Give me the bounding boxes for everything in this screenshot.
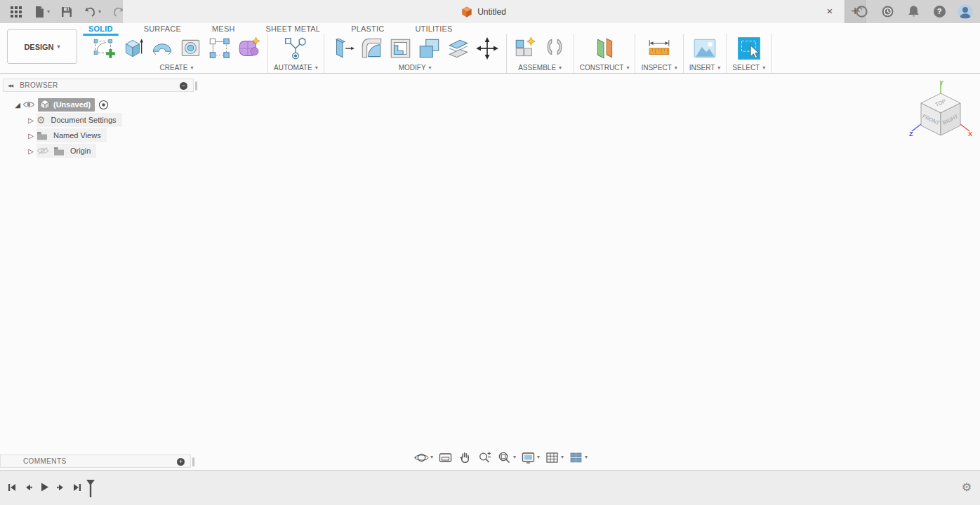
viewports-caret-icon: ▾ [585, 454, 588, 460]
inspect-group-icons [646, 33, 673, 64]
step-back-button[interactable] [23, 483, 33, 492]
automate-dropdown[interactable]: AUTOMATE ▾ [274, 64, 318, 72]
tree-row-document-settings[interactable]: ▷ ⚙ Document Settings [3, 112, 194, 128]
fillet-button[interactable] [359, 34, 385, 62]
select-button[interactable] [736, 34, 762, 62]
pan-hand-icon [458, 450, 472, 465]
new-component-button[interactable] [512, 34, 539, 62]
assemble-dropdown[interactable]: ASSEMBLE ▾ [518, 64, 562, 72]
step-forward-button[interactable] [56, 483, 66, 492]
comments-expand-button[interactable]: + [177, 458, 185, 466]
browser-collapse-all-button[interactable]: − [180, 82, 187, 90]
browser-root-row[interactable]: ◢ (Unsaved) [3, 97, 194, 112]
named-views-item[interactable]: Named Views [37, 128, 107, 142]
tab-utilities[interactable]: UTILITIES [412, 25, 455, 33]
origin-expand-icon[interactable]: ▷ [25, 147, 37, 155]
hole-button[interactable] [178, 34, 204, 62]
comments-resize-handle[interactable] [192, 457, 194, 466]
named-views-expand-icon[interactable]: ▷ [25, 132, 37, 140]
extrude-button[interactable] [120, 34, 147, 62]
comments-header[interactable]: COMMENTS + [0, 454, 191, 468]
zoom-button[interactable] [477, 450, 492, 465]
toolbar-group-modify: MODIFY ▾ [324, 33, 506, 74]
named-views-label: Named Views [53, 131, 101, 140]
timeline-position-marker[interactable] [86, 479, 95, 501]
undo-icon [84, 6, 96, 17]
tree-row-origin[interactable]: ▷ Origin [3, 143, 194, 159]
play-button[interactable] [39, 482, 50, 492]
browser-panel: ◀◀ BROWSER − ◢ (Unsaved) ▷ [3, 79, 194, 159]
shell-button[interactable] [388, 34, 414, 62]
viewports-button[interactable]: ▾ [569, 450, 588, 465]
job-status-button[interactable] [880, 4, 895, 20]
modify-label: MODIFY [399, 64, 426, 72]
root-expand-icon[interactable]: ◢ [13, 101, 22, 109]
combine-button[interactable] [416, 34, 443, 62]
tab-mesh[interactable]: MESH [209, 25, 238, 33]
fit-button[interactable]: ▾ [497, 450, 516, 465]
origin-item[interactable]: Origin [37, 144, 96, 158]
browser-resize-handle[interactable] [195, 81, 197, 90]
inspect-dropdown[interactable]: INSPECT ▾ [641, 64, 677, 72]
notifications-button[interactable] [906, 4, 921, 20]
timeline-settings-gear-icon[interactable]: ⚙ [962, 480, 972, 494]
root-component-selected[interactable]: (Unsaved) [38, 98, 95, 112]
browser-header[interactable]: ◀◀ BROWSER − [3, 79, 194, 92]
orbit-icon [414, 450, 429, 465]
document-tab[interactable]: Untitled × [123, 0, 845, 23]
save-button[interactable] [58, 4, 75, 20]
revolve-button[interactable] [149, 34, 176, 62]
close-tab-button[interactable]: × [823, 5, 836, 18]
undo-button[interactable]: ▾ [81, 4, 104, 19]
help-icon: ? [934, 6, 946, 18]
navigation-bar: ▾ ▾ ▾ ▾ ▾ [414, 449, 588, 466]
document-settings-item[interactable]: ⚙ Document Settings [37, 113, 122, 127]
construct-plane-button[interactable] [591, 34, 618, 62]
create-dropdown[interactable]: CREATE ▾ [160, 64, 194, 72]
workspace-selector-design[interactable]: DESIGN ▾ [7, 29, 77, 64]
orbit-button[interactable]: ▾ [414, 450, 433, 465]
display-settings-button[interactable]: ▾ [521, 450, 540, 465]
insert-dropdown[interactable]: INSERT ▾ [689, 64, 721, 72]
look-at-button[interactable] [438, 450, 453, 465]
modify-dropdown[interactable]: MODIFY ▾ [399, 64, 432, 72]
fit-caret-icon: ▾ [513, 454, 516, 460]
go-to-end-button[interactable] [72, 483, 82, 492]
press-pull-button[interactable] [330, 34, 357, 62]
origin-hidden-eye-icon[interactable] [37, 147, 49, 155]
automate-button[interactable] [282, 34, 309, 62]
joint-button[interactable] [541, 34, 568, 62]
go-to-start-button[interactable] [7, 483, 17, 492]
tree-row-named-views[interactable]: ▷ Named Views [3, 128, 194, 143]
app-launcher-button[interactable] [7, 4, 25, 20]
model-viewport[interactable]: ◀◀ BROWSER − ◢ (Unsaved) ▷ [0, 74, 980, 470]
create-form-button[interactable] [235, 34, 262, 62]
construct-group-icons [591, 33, 618, 64]
pan-button[interactable] [458, 450, 472, 465]
rectangular-pattern-button[interactable] [206, 34, 233, 62]
tab-plastic[interactable]: PLASTIC [348, 25, 387, 33]
browser-collapse-icon[interactable]: ◀◀ [8, 83, 13, 88]
tab-surface[interactable]: SURFACE [141, 25, 184, 33]
new-component-icon [513, 36, 538, 61]
move-copy-button[interactable] [474, 34, 501, 62]
help-button[interactable]: ? [932, 4, 947, 20]
root-visibility-eye-icon[interactable] [22, 100, 35, 109]
create-sketch-button[interactable] [91, 34, 118, 62]
tab-solid[interactable]: SOLID [86, 25, 116, 33]
profile-button[interactable] [958, 4, 973, 20]
extensions-button[interactable] [854, 4, 869, 20]
go-to-end-icon [72, 483, 82, 492]
grid-snaps-button[interactable]: ▾ [545, 450, 564, 465]
document-settings-expand-icon[interactable]: ▷ [25, 116, 37, 124]
measure-button[interactable] [646, 34, 673, 62]
tab-sheet-metal[interactable]: SHEET METAL [263, 25, 324, 33]
select-dropdown[interactable]: SELECT ▾ [732, 64, 765, 72]
view-cube[interactable]: Y Z X TOP FRONT RIGHT [908, 79, 973, 148]
file-menu-button[interactable]: ▾ [31, 4, 53, 20]
insert-caret-icon: ▾ [717, 65, 720, 71]
insert-image-button[interactable] [691, 34, 718, 62]
split-body-button[interactable] [445, 34, 472, 62]
construct-dropdown[interactable]: CONSTRUCT ▾ [580, 64, 630, 72]
activate-component-radio[interactable] [98, 100, 109, 110]
